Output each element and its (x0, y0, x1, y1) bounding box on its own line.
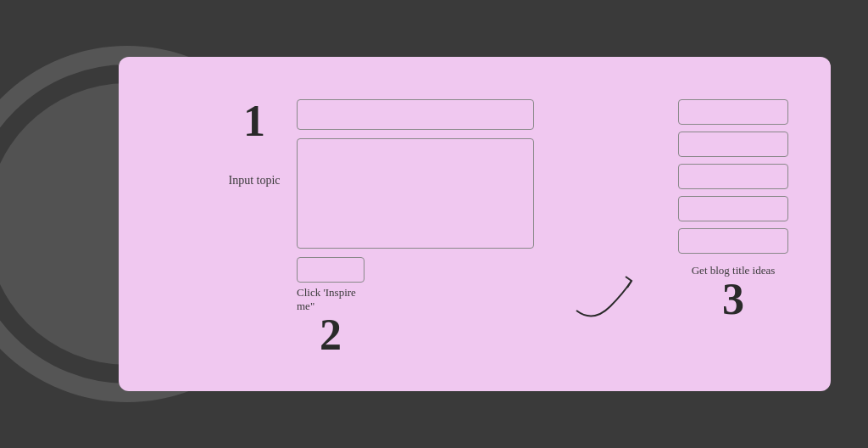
result-bar-2 (678, 132, 788, 157)
topic-input-short[interactable] (297, 99, 534, 130)
arrow-area (568, 91, 644, 357)
topic-input-tall[interactable] (297, 138, 534, 249)
result-bar-4 (678, 196, 788, 221)
step2-number: 2 (320, 313, 342, 357)
step3-number: 3 (722, 277, 744, 322)
step1-number: 1 (243, 99, 265, 143)
step1-label: Input topic (228, 174, 280, 188)
result-bar-3 (678, 164, 788, 189)
main-card: 1 Input topic Click 'Inspire me" 2 (119, 57, 831, 391)
result-bar-5 (678, 228, 788, 254)
result-bar-1 (678, 99, 788, 125)
curved-arrow-icon (568, 264, 644, 323)
inspire-button[interactable] (297, 257, 364, 283)
step2-label: Click 'Inspire me" (297, 286, 364, 313)
